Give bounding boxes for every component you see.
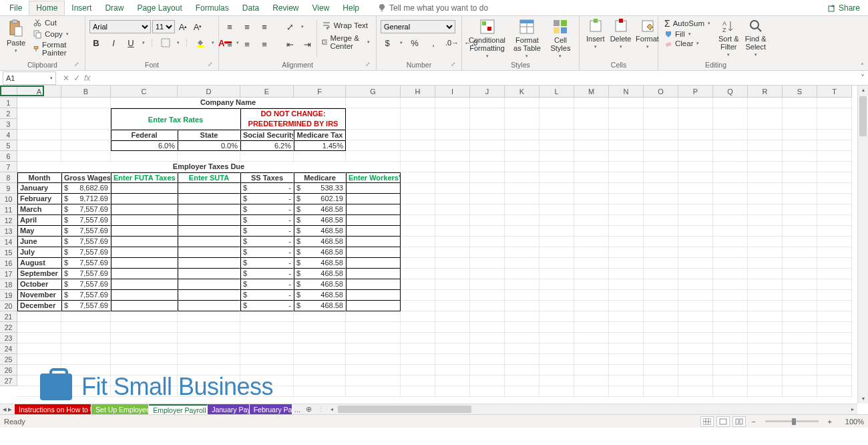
cell-D21[interactable]: [178, 322, 240, 333]
cell-L10[interactable]: [539, 204, 574, 215]
cell-K10[interactable]: [505, 204, 539, 215]
cell-D26[interactable]: [178, 376, 240, 386]
cell-O10[interactable]: [644, 204, 678, 215]
cell-O6[interactable]: [644, 162, 678, 172]
cell-G22[interactable]: [346, 333, 401, 343]
cell-D24[interactable]: [178, 354, 240, 365]
cell-M9[interactable]: [574, 194, 609, 204]
col-header-T[interactable]: T: [817, 86, 852, 98]
cell-A18[interactable]: November: [17, 290, 61, 301]
cell-K11[interactable]: [505, 215, 539, 226]
cell-Q18[interactable]: [713, 290, 748, 301]
align-top-button[interactable]: ≡: [223, 20, 236, 33]
row-header-19[interactable]: 19: [0, 290, 17, 301]
col-header-D[interactable]: D: [178, 86, 240, 98]
row-header-5[interactable]: 5: [0, 140, 17, 151]
cell-P20[interactable]: [678, 311, 713, 322]
col-header-R[interactable]: R: [748, 86, 783, 98]
cell-C15[interactable]: [111, 258, 178, 269]
cell-R11[interactable]: [748, 215, 783, 226]
cell-I16[interactable]: [435, 269, 470, 279]
cell-B22[interactable]: [61, 333, 111, 343]
cell-K7[interactable]: [505, 172, 539, 183]
cell-J21[interactable]: [470, 322, 505, 333]
add-sheet-button[interactable]: ⊕: [302, 405, 314, 414]
row-header-9[interactable]: 9: [0, 183, 17, 194]
cell-D7[interactable]: Enter SUTA: [178, 172, 240, 183]
cell-A5[interactable]: [17, 151, 61, 162]
cell-M2[interactable]: [574, 108, 609, 130]
cell-I24[interactable]: [435, 354, 470, 365]
cell-F8[interactable]: $538.33: [294, 183, 346, 194]
cell-Q6[interactable]: [713, 162, 748, 172]
underline-button[interactable]: U: [124, 36, 138, 49]
cell-T3[interactable]: [817, 130, 852, 140]
cell-B15[interactable]: $7,557.69: [61, 258, 111, 269]
conditional-formatting-button[interactable]: Conditional Formatting▾: [466, 17, 508, 60]
cell-R14[interactable]: [748, 247, 783, 258]
cell-I21[interactable]: [435, 322, 470, 333]
cell-H5[interactable]: [401, 151, 435, 162]
cell-I20[interactable]: [435, 311, 470, 322]
cell-P14[interactable]: [678, 247, 713, 258]
cell-Q15[interactable]: [713, 258, 748, 269]
cell-H26[interactable]: [401, 376, 435, 386]
cell-G27[interactable]: [346, 386, 401, 397]
cell-C19[interactable]: [111, 301, 178, 311]
sheet-tab-2[interactable]: Employer Payroll Taxes: [149, 404, 208, 415]
cell-B18[interactable]: $7,557.69: [61, 290, 111, 301]
cell-L13[interactable]: [539, 237, 574, 247]
cell-F21[interactable]: [294, 322, 346, 333]
cell-B4[interactable]: [61, 140, 111, 151]
cell-N13[interactable]: [609, 237, 644, 247]
cell-N3[interactable]: [609, 130, 644, 140]
cell-Q4[interactable]: [713, 140, 748, 151]
cell-D13[interactable]: [178, 237, 240, 247]
zoom-slider[interactable]: [765, 420, 819, 422]
cell-M24[interactable]: [574, 354, 609, 365]
cell-A6[interactable]: Employer Taxes Due: [17, 162, 401, 172]
cell-C13[interactable]: [111, 237, 178, 247]
cell-M20[interactable]: [574, 311, 609, 322]
cell-F10[interactable]: $468.58: [294, 204, 346, 215]
cell-I1[interactable]: [435, 98, 470, 108]
cell-P3[interactable]: [678, 130, 713, 140]
cell-N2[interactable]: [609, 108, 644, 130]
cell-N14[interactable]: [609, 247, 644, 258]
orientation-button[interactable]: ⤢: [283, 20, 296, 33]
cell-O13[interactable]: [644, 237, 678, 247]
cell-R5[interactable]: [748, 151, 783, 162]
cell-G24[interactable]: [346, 354, 401, 365]
cell-B12[interactable]: $7,557.69: [61, 226, 111, 237]
sheet-tab-1[interactable]: Set Up Employee Data: [91, 404, 149, 415]
col-header-H[interactable]: H: [401, 86, 435, 98]
cell-T19[interactable]: [817, 301, 852, 311]
cell-E17[interactable]: $-: [240, 279, 294, 290]
cell-F26[interactable]: [294, 376, 346, 386]
cancel-formula-button[interactable]: ✕: [63, 73, 69, 83]
row-header-16[interactable]: 16: [0, 258, 17, 269]
cell-Q27[interactable]: [713, 386, 748, 397]
page-break-view-button[interactable]: [732, 416, 746, 427]
cell-T24[interactable]: [817, 354, 852, 365]
cell-E27[interactable]: [240, 386, 294, 397]
italic-button[interactable]: I: [107, 36, 120, 49]
cell-A13[interactable]: June: [17, 237, 61, 247]
cell-G2[interactable]: [346, 108, 401, 130]
cell-S9[interactable]: [783, 194, 817, 204]
cell-E11[interactable]: $-: [240, 215, 294, 226]
cell-L25[interactable]: [539, 365, 574, 376]
cell-D25[interactable]: [178, 365, 240, 376]
cell-S13[interactable]: [783, 237, 817, 247]
align-middle-button[interactable]: ≡: [240, 20, 254, 33]
cell-M15[interactable]: [574, 258, 609, 269]
increase-font-button[interactable]: A▴: [176, 20, 190, 33]
cell-Q5[interactable]: [713, 151, 748, 162]
cell-K14[interactable]: [505, 247, 539, 258]
cell-S21[interactable]: [783, 322, 817, 333]
cell-M26[interactable]: [574, 376, 609, 386]
cell-T12[interactable]: [817, 226, 852, 237]
cell-Q8[interactable]: [713, 183, 748, 194]
cell-N9[interactable]: [609, 194, 644, 204]
cell-M5[interactable]: [574, 151, 609, 162]
